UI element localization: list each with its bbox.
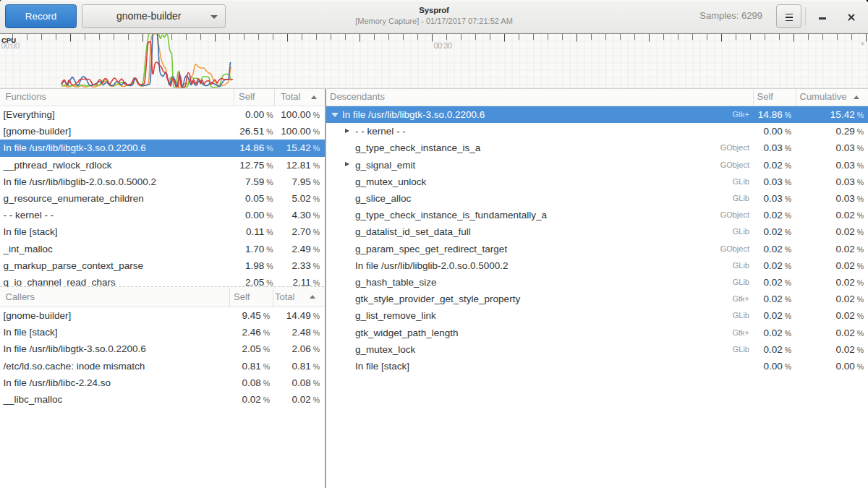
svg-text:00:30: 00:30 [434,41,452,50]
svg-text:00:00: 00:00 [1,41,20,50]
